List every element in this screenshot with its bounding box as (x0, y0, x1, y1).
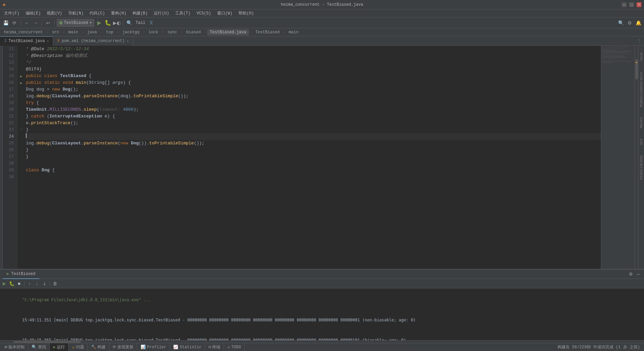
btab-find[interactable]: 🔍 查找 (28, 343, 50, 351)
menu-view[interactable]: 视图(V) (44, 10, 65, 17)
run-gutter-16[interactable]: ▶ (20, 81, 23, 85)
search-global-button[interactable]: 🔍 (617, 19, 624, 27)
code-editor[interactable]: * @Date 2022/3/12--12:34 * @Description … (25, 46, 601, 269)
forward-button[interactable]: → (32, 19, 39, 27)
breadcrumb-src[interactable]: src (49, 29, 62, 35)
close-button[interactable]: ✕ (637, 2, 641, 7)
file-tab-close-pom[interactable]: ✕ (127, 39, 129, 43)
run-tab-icon: ▶ (7, 271, 9, 276)
menu-vcs[interactable]: VCS(S) (194, 10, 214, 16)
btab-todo-label: TODO (231, 345, 241, 350)
panel-label-redditbuddy[interactable]: RedditBuddy (639, 155, 643, 180)
line-num-30: 30 (3, 174, 16, 180)
run-button[interactable]: ▶ (96, 19, 103, 27)
file-tab-icon-pom: X (57, 39, 60, 43)
btab-statistic[interactable]: 📈 Statistic (170, 343, 205, 351)
menu-build[interactable]: 构建(B) (130, 10, 151, 17)
debug-rerun-button[interactable]: 🐛 (9, 281, 15, 287)
breadcrumb-bar: heima_concurrent › src › main › java › t… (0, 28, 644, 36)
run-gutter-15[interactable]: ▶ (20, 74, 23, 78)
menu-help[interactable]: 帮助(H) (236, 10, 257, 17)
btab-todo[interactable]: ☑ TODO (224, 343, 244, 351)
panel-label-mybatisgenerator[interactable]: MyBatisGenerator (639, 71, 643, 107)
maximize-button[interactable]: □ (629, 2, 634, 7)
run-coverage-button[interactable]: ▶◐ (113, 19, 120, 27)
menu-file[interactable]: 文件(F) (1, 10, 22, 17)
fold-gutter: ▶ ▶ └ (18, 46, 25, 269)
clear-button[interactable]: 🗑 (52, 281, 58, 287)
breadcrumb-main[interactable]: main (66, 29, 81, 35)
breadcrumb-testbiased-class[interactable]: TestBiased (253, 29, 282, 35)
panel-settings-button[interactable]: ⚙ (628, 271, 634, 277)
line-num-13: 13 (3, 59, 16, 66)
btab-find-label: 查找 (38, 344, 46, 350)
sync-button[interactable]: ⟳ (11, 19, 18, 27)
code-line-19: try { (26, 100, 601, 106)
file-tab-pom[interactable]: X pom.xml (heima_concurrent) ✕ (53, 36, 133, 46)
breadcrumb-project[interactable]: heima_concurrent (1, 29, 45, 35)
horizontal-scrollbar[interactable] (0, 340, 644, 343)
menu-edit[interactable]: 编辑(E) (23, 10, 44, 17)
line-num-28: 28 (3, 160, 16, 167)
panel-label-maven[interactable]: Maven (639, 117, 643, 128)
btab-statistic-icon: 📈 (173, 345, 178, 350)
breadcrumb-main-method[interactable]: main (286, 29, 301, 35)
minimize-button[interactable]: ─ (622, 2, 627, 7)
menu-window[interactable]: 窗口(W) (215, 10, 235, 17)
chinese-label: 文 (148, 20, 155, 26)
file-tab-testbiased[interactable]: J TestBiased.java ✕ (0, 36, 53, 46)
breadcrumb-biased[interactable]: biased (184, 29, 203, 35)
btab-run-icon: ▶ (53, 345, 55, 350)
btab-updates[interactable]: ⟳ 发现更新 (109, 343, 137, 351)
menu-navigate[interactable]: 导航(N) (66, 10, 86, 17)
btab-vc-label: 版本控制 (8, 344, 25, 350)
rerun-button[interactable]: ▶ (1, 281, 7, 287)
title-bar-title: heima_concurrent - TestBiased.java (281, 2, 363, 7)
code-line-29: class Dog { (26, 167, 601, 174)
scroll-up-button[interactable]: ↑ (27, 281, 33, 287)
run-config-dropdown[interactable]: TestBiased ▾ (57, 19, 94, 27)
line-num-27: 27 (3, 153, 16, 160)
notifications-button[interactable]: 🔔 (635, 19, 642, 27)
menu-refactor[interactable]: 重构(H) (108, 10, 129, 17)
breadcrumb-jacktgq[interactable]: jacktgq (120, 29, 142, 35)
menu-run[interactable]: 运行(U) (151, 10, 172, 17)
code-line-12: * @Description 偏向锁测试 (26, 52, 601, 59)
save-button[interactable]: 💾 (2, 19, 9, 27)
vertical-scrollbar[interactable]: ▬ (635, 46, 638, 269)
breadcrumb-testbiased-java[interactable]: TestBiased.java (207, 29, 249, 35)
btab-build[interactable]: 🔨 构建 (88, 343, 109, 351)
settings-button[interactable]: ⚙ (626, 19, 633, 27)
undo-button[interactable]: ↩ (44, 19, 52, 27)
fold-icon-23[interactable]: └ (20, 128, 22, 132)
btab-version-control[interactable]: ⊞ 版本控制 (1, 343, 28, 351)
menu-code[interactable]: 代码(C) (87, 10, 108, 17)
scroll-to-end-button[interactable]: ⤓ (41, 281, 47, 287)
back-button[interactable]: ← (23, 19, 31, 27)
panel-label-java[interactable]: Java (639, 52, 643, 61)
editor-area: 11 12 13 14 15 16 17 18 19 20 21 22 23 2… (0, 46, 644, 269)
status-bar-right: 构建在 56/229秒 中成功完成 (1 步 之前) (555, 344, 643, 350)
run-tab[interactable]: ▶ TestBiased (3, 270, 39, 279)
btab-run-label: 运行 (57, 344, 65, 350)
breadcrumb-sync[interactable]: sync (165, 29, 180, 35)
breadcrumb-java[interactable]: java (84, 29, 100, 35)
title-bar-left: ◆ (3, 2, 5, 7)
menu-tools[interactable]: 工具(T) (173, 10, 193, 17)
file-tabs-end-button[interactable]: ⋮ (635, 38, 644, 43)
breadcrumb-top[interactable]: top (103, 29, 116, 35)
btab-run[interactable]: ▶ 运行 (50, 343, 69, 351)
line-num-20: 20 (3, 106, 16, 113)
panel-close-button[interactable]: ─ (635, 271, 641, 277)
btab-profiler[interactable]: 📊 Profiler (137, 343, 170, 351)
search-everywhere-button[interactable]: 🔍 (125, 19, 133, 27)
panel-label-ant[interactable]: Ant (639, 138, 643, 145)
debug-button[interactable]: 🐛 (104, 19, 112, 27)
scroll-down-button[interactable]: ↓ (34, 281, 40, 287)
stop-button[interactable]: ■ (16, 281, 22, 287)
title-bar-controls[interactable]: ─ □ ✕ (622, 2, 641, 7)
btab-terminal[interactable]: ⊡ 终端 (205, 343, 224, 351)
btab-problems[interactable]: ⚠ 问题 (69, 343, 87, 351)
file-tab-close-testbiased[interactable]: ✕ (47, 39, 49, 43)
breadcrumb-lock[interactable]: lock (146, 29, 161, 35)
